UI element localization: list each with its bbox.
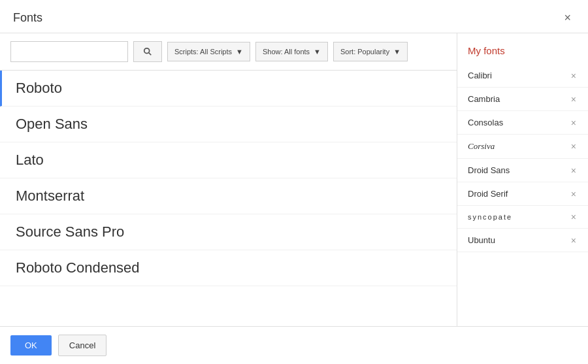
right-panel: My fonts Calibri × Cambria × Consolas × … (457, 33, 588, 326)
list-item: Droid Sans × (457, 159, 588, 182)
fonts-dialog: Fonts × Scripts: All (0, 0, 588, 364)
my-font-name-consolas: Consolas (468, 118, 503, 127)
show-filter[interactable]: Show: All fonts ▼ (255, 42, 328, 61)
remove-droidsans-button[interactable]: × (570, 166, 578, 175)
font-list: Roboto Open Sans Lato Montserrat Source … (0, 71, 457, 326)
search-button[interactable] (133, 41, 162, 62)
my-font-name-calibri: Calibri (468, 71, 492, 80)
search-bar: Scripts: All Scripts ▼ Show: All fonts ▼… (0, 33, 457, 71)
dialog-overlay: Fonts × Scripts: All (0, 0, 588, 364)
my-font-name-syncopate: syncopate (468, 213, 512, 221)
remove-corsiva-button[interactable]: × (570, 142, 578, 151)
search-icon (143, 47, 152, 56)
my-font-name-corsiva: Corsiva (468, 141, 495, 152)
remove-droidserif-button[interactable]: × (570, 190, 578, 199)
sort-filter-label: Sort: Popularity (340, 48, 389, 56)
svg-point-0 (144, 48, 150, 54)
dialog-body: Scripts: All Scripts ▼ Show: All fonts ▼… (0, 33, 588, 326)
my-font-name-ubuntu: Ubuntu (468, 235, 495, 245)
remove-calibri-button[interactable]: × (570, 71, 578, 80)
ok-button[interactable]: OK (10, 335, 52, 356)
sort-caret-icon: ▼ (393, 48, 400, 56)
show-caret-icon: ▼ (314, 48, 321, 56)
left-panel: Scripts: All Scripts ▼ Show: All fonts ▼… (0, 33, 457, 326)
my-font-name-droidsans: Droid Sans (468, 165, 510, 175)
search-input[interactable] (10, 41, 128, 62)
dialog-title: Fonts (13, 11, 42, 25)
font-item-robotocondensed[interactable]: Roboto Condensed (0, 250, 457, 286)
font-item-sourcesanspro[interactable]: Source Sans Pro (0, 214, 457, 250)
my-font-name-cambria: Cambria (468, 94, 500, 104)
cancel-button[interactable]: Cancel (58, 335, 106, 356)
scripts-filter-label: Scripts: All Scripts (174, 48, 232, 56)
list-item: Cambria × (457, 88, 588, 111)
font-item-lato[interactable]: Lato (0, 142, 457, 178)
remove-consolas-button[interactable]: × (570, 118, 578, 127)
svg-line-1 (149, 53, 152, 56)
show-filter-label: Show: All fonts (263, 48, 310, 56)
remove-syncopate-button[interactable]: × (570, 212, 578, 222)
list-item: Corsiva × (457, 135, 588, 159)
font-item-opensans[interactable]: Open Sans (0, 107, 457, 142)
my-font-name-droidserif: Droid Serif (468, 189, 508, 199)
list-item: syncopate × (457, 206, 588, 229)
scripts-caret-icon: ▼ (236, 48, 243, 56)
remove-ubuntu-button[interactable]: × (570, 236, 578, 245)
list-item: Droid Serif × (457, 182, 588, 206)
list-item: Consolas × (457, 111, 588, 135)
list-item: Ubuntu × (457, 229, 588, 252)
dialog-footer: OK Cancel (0, 326, 588, 364)
scripts-filter[interactable]: Scripts: All Scripts ▼ (167, 42, 250, 61)
my-fonts-title: My fonts (457, 33, 588, 64)
font-item-montserrat[interactable]: Montserrat (0, 178, 457, 214)
dialog-header: Fonts × (0, 0, 588, 33)
list-item: Calibri × (457, 64, 588, 88)
close-button[interactable]: × (560, 10, 575, 25)
font-item-roboto[interactable]: Roboto (0, 71, 457, 107)
remove-cambria-button[interactable]: × (570, 95, 578, 104)
sort-filter[interactable]: Sort: Popularity ▼ (333, 42, 408, 61)
